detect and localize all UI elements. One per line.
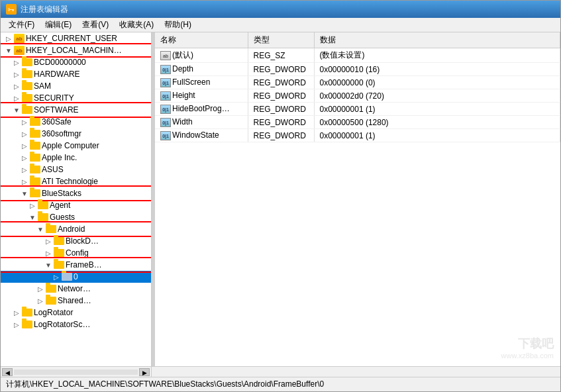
table-row[interactable]: 0|1DepthREG_DWORD0x00000010 (16) [155,63,560,76]
label-hklm: HKEY_LOCAL_MACHIN… [26,46,122,55]
tree-node-android[interactable]: ▼ Android [1,223,151,235]
icon-software [22,105,32,115]
cell-type: REG_DWORD [248,63,314,76]
expand-sam[interactable]: ▷ [11,83,22,90]
table-row[interactable]: ab(默认)REG_SZ(数值未设置) [155,48,560,63]
label-networ: Networ… [58,284,91,293]
tree-node-config[interactable]: ▷ Config [1,247,151,259]
table-row[interactable]: 0|1HideBootProg…REG_DWORD0x00000001 (1) [155,103,560,116]
tree-node-guests[interactable]: ▼ Guests [1,211,151,223]
detail-table: 名称 类型 数据 ab(默认)REG_SZ(数值未设置)0|1DepthREG_… [155,32,560,142]
tree-node-logrotators[interactable]: ▷ LogRotatorSc… [1,318,151,330]
tree-node-360softmgr[interactable]: ▷ 360softmgr [1,128,151,140]
expand-appleinc[interactable]: ▷ [19,154,30,162]
label-framebuf: FrameB… [66,260,102,270]
label-360safe: 360Safe [42,117,72,126]
tree-node-agent[interactable]: ▷ Agent [1,199,151,211]
label-appleinc: Apple Inc. [42,153,77,162]
label-software: SOFTWARE [34,105,79,115]
expand-logrotator[interactable]: ▷ [11,309,22,317]
expand-guests[interactable]: ▼ [27,214,38,221]
icon-applecomputer [30,141,40,150]
expand-bcd[interactable]: ▷ [11,59,22,66]
expand-atitechno[interactable]: ▷ [19,178,30,185]
tree-scrollbar[interactable]: ◀ ▶ [1,367,152,377]
tree-node-networ[interactable]: ▷ Networ… [1,283,151,295]
expand-framebuf[interactable]: ▼ [43,262,54,269]
cell-name: ab(默认) [155,48,248,63]
tree-node-logrotator[interactable]: ▷ LogRotator [1,307,151,318]
expand-shared[interactable]: ▷ [35,297,46,305]
icon-appleinc [30,153,40,162]
table-row[interactable]: 0|1WindowStateREG_DWORD0x00000001 (1) [155,129,560,142]
cell-name: 0|1WindowState [155,129,248,142]
expand-360softmgr[interactable]: ▷ [19,130,30,138]
expand-agent[interactable]: ▷ [27,202,38,209]
tree-node-framebuf[interactable]: ▼ FrameB… [1,259,151,271]
tree-node-atitechno[interactable]: ▷ ATI Technologie [1,175,151,187]
tree-node-hardware[interactable]: ▷ HARDWARE [1,68,151,80]
expand-config[interactable]: ▷ [43,250,54,257]
expand-security[interactable]: ▷ [11,95,22,102]
cell-data: 0x00000010 (16) [314,63,560,76]
cell-data: (数值未设置) [314,48,560,63]
expand-android[interactable]: ▼ [35,226,46,233]
tree-node-appleinc[interactable]: ▷ Apple Inc. [1,152,151,164]
expand-360safe[interactable]: ▷ [19,119,30,126]
expand-blockd[interactable]: ▷ [43,238,54,245]
tree-node-360safe[interactable]: ▷ 360Safe [1,116,151,128]
label-bcd: BCD00000000 [34,58,86,67]
menu-edit[interactable]: 编辑(E) [40,18,77,32]
tree-node-zero[interactable]: ▷ 0 [1,271,151,283]
label-hkcu: HKEY_CURRENT_USER [26,34,117,43]
table-row[interactable]: 0|1WidthREG_DWORD0x00000500 (1280) [155,116,560,129]
expand-hardware[interactable]: ▷ [11,71,22,78]
menu-file[interactable]: 文件(F) [3,18,40,32]
table-row[interactable]: 0|1HeightREG_DWORD0x000002d0 (720) [155,89,560,103]
icon-hkcu: ab [14,34,25,43]
value-type-icon: 0|1 [160,78,171,87]
tree-node-bcd[interactable]: ▷ BCD00000000 [1,56,151,68]
col-type[interactable]: 类型 [248,32,314,48]
tree-node-sam[interactable]: ▷ SAM [1,80,151,92]
expand-bluestacks[interactable]: ▼ [19,190,30,197]
tree-pane[interactable]: ▷ ab HKEY_CURRENT_USER ▼ ab HKEY_LOCAL_M… [1,32,152,366]
watermark-line2: www.xz8ba.com [501,352,554,360]
tree-node-asus[interactable]: ▷ ASUS [1,164,151,175]
scroll-left[interactable]: ◀ [2,368,13,376]
tree-node-bluestacks[interactable]: ▼ BlueStacks [1,187,151,199]
col-data[interactable]: 数据 [314,32,560,48]
expand-hklm[interactable]: ▼ [3,47,14,54]
tree-node-software[interactable]: ▼ SOFTWARE [1,104,151,116]
tree-node-shared[interactable]: ▷ Shared… [1,295,151,307]
icon-asus [30,165,40,174]
expand-logrotators[interactable]: ▷ [11,321,22,328]
detail-pane: 名称 类型 数据 ab(默认)REG_SZ(数值未设置)0|1DepthREG_… [155,32,560,366]
value-type-icon: 0|1 [160,65,171,74]
title-bar: 🗝 注册表编辑器 [1,1,560,18]
cell-name: 0|1HideBootProg… [155,103,248,116]
table-row[interactable]: 0|1FullScreenREG_DWORD0x00000000 (0) [155,76,560,89]
col-name[interactable]: 名称 [155,32,248,48]
label-agent: Agent [50,201,70,210]
tree-node-security[interactable]: ▷ SECURITY [1,92,151,104]
tree-node-blockd[interactable]: ▷ BlockD… [1,235,151,247]
label-zero: 0 [74,272,78,281]
label-bluestacks: BlueStacks [42,189,81,198]
menu-view[interactable]: 查看(V) [77,18,114,32]
expand-zero[interactable]: ▷ [51,273,62,281]
menu-help[interactable]: 帮助(H) [159,18,197,32]
value-type-icon: 0|1 [160,105,171,114]
expand-networ[interactable]: ▷ [35,285,46,293]
menu-favorites[interactable]: 收藏夹(A) [114,18,159,32]
cell-name: 0|1FullScreen [155,76,248,89]
menu-bar: 文件(F) 编辑(E) 查看(V) 收藏夹(A) 帮助(H) [1,18,560,32]
tree-node-applecomputer[interactable]: ▷ Apple Computer [1,140,151,152]
expand-hkcu[interactable]: ▷ [3,35,14,42]
tree-node-hkcu[interactable]: ▷ ab HKEY_CURRENT_USER [1,32,151,44]
expand-applecomputer[interactable]: ▷ [19,142,30,150]
scroll-right[interactable]: ▶ [139,368,150,376]
expand-software[interactable]: ▼ [11,107,22,114]
tree-node-hklm[interactable]: ▼ ab HKEY_LOCAL_MACHIN… [1,44,151,56]
expand-asus[interactable]: ▷ [19,166,30,173]
